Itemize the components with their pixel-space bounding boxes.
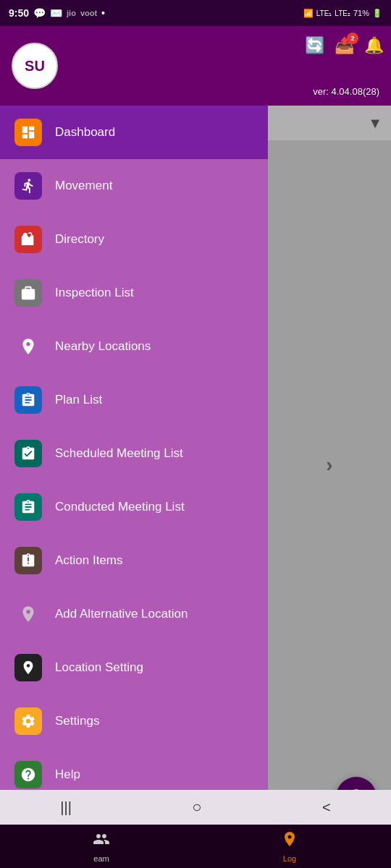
settings-icon [14, 707, 42, 735]
scheduled-meeting-list-icon [14, 440, 42, 467]
wifi-icon: 📶 [303, 9, 314, 18]
voot-icon: voot [80, 9, 97, 17]
directory-icon [14, 226, 42, 253]
conducted-meeting-list-label: Conducted Meeting List [55, 500, 185, 514]
jio-icon: jio [67, 9, 76, 17]
email-icon: ✉️ [50, 7, 62, 19]
right-panel: ▼ › [268, 106, 391, 790]
team-icon [93, 830, 110, 852]
avatar: SU [12, 43, 58, 89]
status-icons: 📶 LTE₁ LTE₂ 71% 🔋 [303, 9, 382, 18]
location-setting-label: Location Setting [55, 660, 143, 675]
sidebar-item-help[interactable]: Help [0, 748, 268, 790]
inspection-list-label: Inspection List [55, 286, 134, 300]
signal-lte2-icon: LTE₂ [335, 9, 350, 17]
notification-button[interactable]: 🔔 [364, 36, 384, 55]
system-nav-bar: ||| ○ < [0, 790, 391, 825]
sidebar: Dashboard Movement Directory Inspection … [0, 106, 268, 790]
sidebar-item-add-alternative-location[interactable]: Add Alternative Location [0, 587, 268, 641]
battery-icon: 🔋 [372, 9, 382, 18]
battery-percentage: 71% [353, 9, 369, 17]
help-icon [14, 761, 42, 788]
nearby-locations-icon [14, 333, 42, 360]
sidebar-item-scheduled-meeting-list[interactable]: Scheduled Meeting List [0, 427, 268, 480]
sidebar-item-plan-list[interactable]: Plan List [0, 373, 268, 427]
settings-label: Settings [55, 714, 99, 728]
back-button[interactable]: < [322, 799, 331, 816]
scheduled-meeting-list-label: Scheduled Meeting List [55, 446, 183, 461]
dashboard-icon [14, 119, 42, 146]
recent-apps-button[interactable]: ||| [60, 799, 72, 816]
status-bar: 9:50 💬 ✉️ jio voot • 📶 LTE₁ LTE₂ 71% 🔋 [0, 0, 391, 26]
chevron-right-icon: › [326, 454, 332, 477]
bottom-nav: eam Log [0, 825, 391, 868]
plan-list-icon [14, 386, 42, 414]
help-label: Help [55, 767, 80, 782]
movement-icon [14, 172, 42, 200]
main-layout: Dashboard Movement Directory Inspection … [0, 106, 391, 790]
sidebar-item-action-items[interactable]: Action Items [0, 534, 268, 587]
directory-label: Directory [55, 232, 104, 247]
bottom-nav-team[interactable]: eam [93, 830, 110, 863]
signal-lte1-icon: LTE₁ [316, 9, 332, 17]
sidebar-item-location-setting[interactable]: Location Setting [0, 641, 268, 694]
time-display: 9:50 [9, 7, 29, 19]
upload-button[interactable]: 📤 2 [335, 36, 354, 55]
conducted-meeting-list-icon [14, 493, 42, 521]
whatsapp-icon: 💬 [33, 7, 46, 19]
sidebar-item-conducted-meeting-list[interactable]: Conducted Meeting List [0, 480, 268, 534]
sidebar-item-directory[interactable]: Directory [0, 213, 268, 266]
nearby-locations-label: Nearby Locations [55, 339, 151, 354]
sidebar-item-dashboard[interactable]: Dashboard [0, 106, 268, 159]
header-icons: 🔄 📤 2 🔔 [305, 36, 384, 55]
action-items-label: Action Items [55, 553, 123, 568]
dot-indicator: • [101, 7, 105, 19]
refresh-button[interactable]: 🔄 [305, 36, 324, 55]
movement-label: Movement [55, 179, 112, 193]
inspection-list-icon [14, 279, 42, 307]
upload-badge: 2 [347, 33, 358, 44]
location-setting-icon [14, 654, 42, 681]
action-items-icon [14, 547, 42, 574]
sidebar-item-nearby-locations[interactable]: Nearby Locations [0, 320, 268, 373]
log-icon [281, 830, 298, 852]
status-left: 9:50 💬 ✉️ jio voot • [9, 7, 105, 19]
app-header: SU 🔄 📤 2 🔔 ver: 4.04.08(28) [0, 26, 391, 106]
add-alternative-location-label: Add Alternative Location [55, 607, 188, 621]
version-text: ver: 4.04.08(28) [313, 86, 379, 97]
add-alternative-location-icon [14, 600, 42, 628]
log-label: Log [283, 854, 296, 863]
home-button[interactable]: ○ [192, 798, 201, 817]
sidebar-item-movement[interactable]: Movement [0, 159, 268, 213]
dropdown-arrow-icon: ▼ [368, 115, 382, 132]
sidebar-item-settings[interactable]: Settings [0, 694, 268, 748]
bottom-nav-log[interactable]: Log [281, 830, 298, 863]
sidebar-item-inspection-list[interactable]: Inspection List [0, 266, 268, 320]
team-label: eam [93, 854, 109, 863]
dashboard-label: Dashboard [55, 125, 115, 140]
dropdown-header: ▼ [268, 106, 391, 140]
plan-list-label: Plan List [55, 393, 102, 407]
